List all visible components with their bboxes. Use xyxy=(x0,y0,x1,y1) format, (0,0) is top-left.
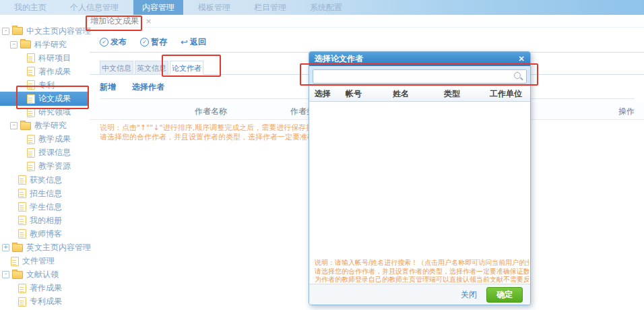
tree-item-enrollment-info[interactable]: 招生信息 xyxy=(0,187,89,200)
select-author-dialog: 选择论文作者 × 选择 帐号 姓名 类型 工作单位 说明：请输入帐号/姓名进行搜… xyxy=(309,51,531,305)
content-tabs: 中文信息 英文信息 论文作者 xyxy=(100,61,205,75)
search-icon[interactable] xyxy=(514,72,521,79)
tree-item-teaching-results[interactable]: 教学成果 xyxy=(0,133,89,146)
close-icon[interactable]: × xyxy=(518,52,525,66)
tree-item-en-home[interactable]: +英文主页内容管理 xyxy=(0,241,89,255)
col-type: 类型 xyxy=(444,88,460,100)
tree-label: 著作成果 xyxy=(38,66,71,78)
tree-item-literature-claim[interactable]: -文献认领 xyxy=(0,268,89,282)
collapse-icon[interactable]: - xyxy=(10,41,18,49)
document-icon xyxy=(27,108,35,117)
tree-item-teacher-blog[interactable]: 教师博客 xyxy=(0,227,89,241)
tree-item-patents[interactable]: 专利 xyxy=(0,78,89,92)
tree-item-teaching-research[interactable]: -教学研究 xyxy=(0,119,89,133)
app-window: 我的主页 个人信息管理 内容管理 模板管理 栏目管理 系统配置 增加论文成果× … xyxy=(0,0,644,310)
document-icon xyxy=(18,175,26,185)
document-icon xyxy=(27,67,35,76)
tab-paper-authors[interactable]: 论文作者 xyxy=(170,61,203,75)
nav-item-template[interactable]: 模板管理 xyxy=(189,0,239,15)
doc-tab-add-paper[interactable]: 增加论文成果× xyxy=(90,16,152,27)
collapse-icon[interactable]: - xyxy=(2,28,9,35)
publish-label: 发布 xyxy=(110,36,127,48)
document-tabstrip: 增加论文成果× xyxy=(0,15,644,28)
tree-label: 获奖信息 xyxy=(30,175,62,186)
folder-icon xyxy=(20,122,31,130)
hold-button[interactable]: ✓暂存 xyxy=(140,36,167,48)
collapse-icon[interactable]: - xyxy=(10,122,18,129)
dialog-footer: 关闭 确定 xyxy=(309,284,530,305)
tab-english-info[interactable]: 英文信息 xyxy=(135,61,168,75)
add-author-link[interactable]: 新增 xyxy=(100,82,116,93)
nav-item-content[interactable]: 内容管理 xyxy=(133,0,183,15)
document-icon xyxy=(18,189,26,198)
nav-item-home[interactable]: 我的主页 xyxy=(5,0,55,15)
nav-item-system[interactable]: 系统配置 xyxy=(301,0,351,15)
tree-label: 招生信息 xyxy=(30,188,62,199)
tree-item-file-management[interactable]: 文件管理 xyxy=(0,255,89,268)
tree-label: 教学资源 xyxy=(38,160,71,172)
tree-item-research-fields[interactable]: 研究领域 xyxy=(0,106,89,119)
tree-label: 著作成果 xyxy=(30,282,62,294)
folder-icon xyxy=(12,244,23,252)
dialog-note-line3: 为作者的教师登录自己的教师主页管理端可以直接认领当前文献不需要反复添加！ xyxy=(315,276,529,284)
folder-icon xyxy=(12,27,23,35)
sidebar-tree: -中文主页内容管理 -科学研究 科研项目 著作成果 专利 论文成果 研究领域 -… xyxy=(0,24,89,310)
check-circle-icon: ✓ xyxy=(100,38,108,46)
document-icon xyxy=(18,297,26,307)
confirm-button[interactable]: 确定 xyxy=(486,287,523,303)
col-name: 姓名 xyxy=(393,88,409,100)
nav-item-profile[interactable]: 个人信息管理 xyxy=(61,0,127,15)
tree-label: 我的相册 xyxy=(30,215,62,226)
collapse-icon[interactable]: - xyxy=(2,271,9,278)
document-icon xyxy=(11,257,19,266)
tree-item-science-research[interactable]: -科学研究 xyxy=(0,38,89,51)
tree-item-research-projects[interactable]: 科研项目 xyxy=(0,51,89,65)
select-author-link[interactable]: 选择作者 xyxy=(132,82,164,93)
search-input[interactable] xyxy=(313,69,527,84)
tree-item-patent-results-claim[interactable]: 专利成果 xyxy=(0,295,89,309)
document-icon xyxy=(27,94,35,104)
close-button[interactable]: 关闭 xyxy=(461,289,477,301)
tree-label: 中文主页内容管理 xyxy=(26,26,91,37)
col-select: 选择 xyxy=(315,88,331,100)
tree-item-course-info[interactable]: 授课信息 xyxy=(0,146,89,160)
tree-label: 专利成果 xyxy=(30,296,62,307)
close-icon[interactable]: × xyxy=(146,17,152,26)
document-icon xyxy=(27,80,35,90)
expand-icon[interactable]: + xyxy=(2,244,9,251)
document-icon xyxy=(18,229,26,239)
hold-label: 暂存 xyxy=(151,36,167,48)
back-button[interactable]: ↩返回 xyxy=(181,36,206,48)
document-icon xyxy=(27,162,35,171)
tree-item-student-info[interactable]: 学生信息 xyxy=(0,200,89,214)
col-actions: 操作 xyxy=(618,106,635,117)
doc-tab-label: 增加论文成果 xyxy=(90,16,139,26)
tree-item-paper-results[interactable]: 论文成果 xyxy=(0,92,89,105)
document-icon xyxy=(18,284,26,293)
tree-item-book-results-claim[interactable]: 著作成果 xyxy=(0,282,89,295)
folder-icon xyxy=(20,40,31,49)
tree-item-teaching-resources[interactable]: 教学资源 xyxy=(0,160,89,173)
tab-chinese-info[interactable]: 中文信息 xyxy=(100,61,133,75)
tree-label: 学生信息 xyxy=(30,202,62,213)
top-navigation: 我的主页 个人信息管理 内容管理 模板管理 栏目管理 系统配置 xyxy=(0,0,644,15)
document-icon xyxy=(27,53,35,63)
dialog-note-line2: 请选择您的合作作者，并且设置作者的类型，选择作者一定要准确保证数据的正确性，被选 xyxy=(315,268,529,276)
col-account: 帐号 xyxy=(346,88,362,100)
main-toolbar: ✓发布 ✓暂存 ↩返回 xyxy=(100,36,206,48)
tree-item-cn-home[interactable]: -中文主页内容管理 xyxy=(0,24,89,38)
dialog-titlebar[interactable]: 选择论文作者 × xyxy=(309,52,530,66)
tree-label: 文献认领 xyxy=(26,269,59,280)
nav-item-column[interactable]: 栏目管理 xyxy=(245,0,295,15)
tree-item-awards-info[interactable]: 获奖信息 xyxy=(0,173,89,187)
publish-button[interactable]: ✓发布 xyxy=(100,36,127,48)
dialog-notes: 说明：请输入帐号/姓名进行搜索！（点击用户名称即可访问当前用户的主页） 请选择您… xyxy=(315,259,529,284)
tree-label: 教师博客 xyxy=(30,228,62,240)
document-icon xyxy=(18,202,26,212)
document-icon xyxy=(27,148,35,158)
tree-label: 研究领域 xyxy=(38,106,71,118)
document-icon xyxy=(27,135,35,144)
tree-item-my-albums[interactable]: 我的相册 xyxy=(0,214,89,227)
document-icon xyxy=(18,216,26,225)
tree-item-book-results[interactable]: 著作成果 xyxy=(0,65,89,78)
